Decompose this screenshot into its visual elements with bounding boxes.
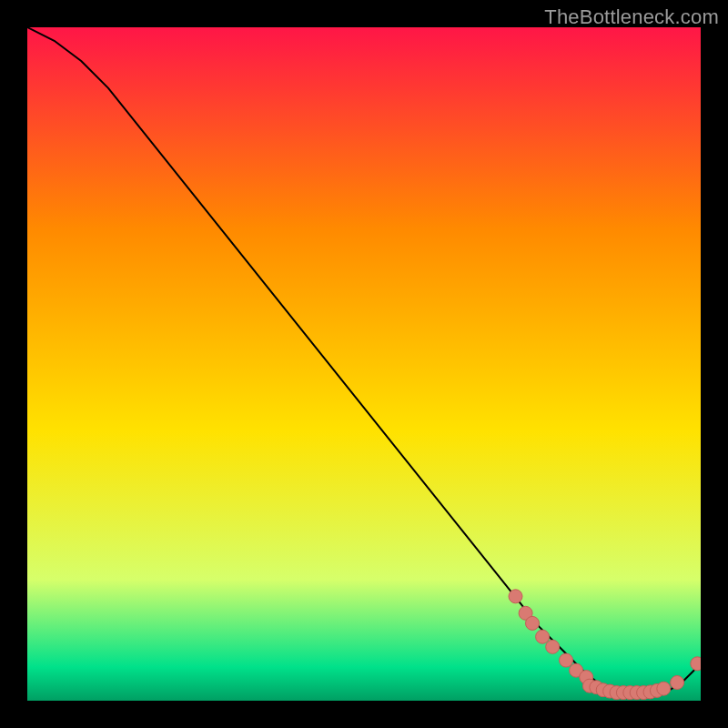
heatmap-background — [27, 27, 701, 701]
data-point — [657, 682, 671, 695]
chart-svg — [27, 27, 701, 701]
data-point — [560, 653, 573, 667]
data-point — [536, 630, 550, 643]
data-point — [509, 590, 522, 603]
watermark-text: TheBottleneck.com — [544, 5, 719, 29]
data-point — [691, 657, 701, 671]
data-point — [671, 676, 684, 690]
chart-plot-area — [27, 27, 701, 701]
data-point — [546, 640, 560, 653]
data-point — [526, 616, 540, 630]
